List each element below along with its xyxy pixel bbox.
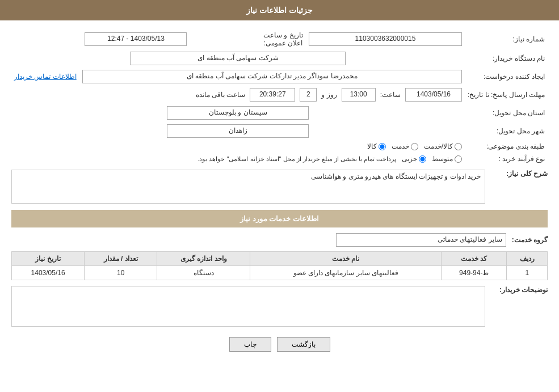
tabaqe-khedmat-item: خدمت xyxy=(392,142,418,150)
col-radif: ردیف xyxy=(507,252,548,266)
col-tarikh: تاریخ نیاز xyxy=(12,252,85,266)
buttons-row: بازگشت چاپ xyxy=(11,337,548,360)
grooh-value: سایر فعالیتهای خدماتی xyxy=(336,233,506,247)
cell-tedad: 10 xyxy=(85,266,157,280)
tabaqe-kala-radio[interactable] xyxy=(379,143,386,150)
tabaqe-radio-group: کالا/خدمت خدمت کالا xyxy=(14,142,462,150)
tabaqe-kala-khedmat-item: کالا/خدمت xyxy=(424,142,462,150)
services-header: اطلاعات خدمات مورد نیاز xyxy=(11,210,548,227)
shahr-label: شهر محل تحویل: xyxy=(465,122,548,140)
nam-dastgah-value: شرکت سهامی آب منطقه ای xyxy=(130,52,346,65)
towzihat-label: توضیحات خریدار: xyxy=(491,286,548,294)
page-title: جزئیات اطلاعات نیاز xyxy=(0,0,559,20)
mohlet-rooz-label: روز و xyxy=(321,91,337,99)
tabaqe-khedmat-radio[interactable] xyxy=(411,143,418,150)
cell-radif: 1 xyxy=(507,266,548,280)
col-tedad: تعداد / مقدار xyxy=(85,252,157,266)
mohlet-date: 1403/05/16 xyxy=(405,88,462,102)
col-nam: نام خدمت xyxy=(250,252,442,266)
cell-kod: ط-94-949 xyxy=(442,266,507,280)
noow-mottasat-item: متوسط xyxy=(432,155,462,163)
mohlet-label: مهلت ارسال پاسخ: تا تاریخ: xyxy=(465,86,548,104)
towzihat-textarea[interactable] xyxy=(11,286,485,327)
mohlet-rooz: 2 xyxy=(300,88,317,102)
ostan-value: سیستان و بلوچستان xyxy=(167,106,309,120)
mohlet-mande: 20:39:27 xyxy=(250,88,295,102)
grooh-label: گروه خدمت: xyxy=(512,236,548,244)
ostan-label: استان محل تحویل: xyxy=(465,104,548,122)
print-button[interactable]: چاپ xyxy=(229,337,271,352)
noow-jazee-radio[interactable] xyxy=(419,155,426,163)
mohlet-saat-label: ساعت: xyxy=(380,91,401,99)
noow-jazee-item: جزیی xyxy=(402,155,426,163)
back-button[interactable]: بازگشت xyxy=(277,337,330,352)
col-kod: کد خدمت xyxy=(442,252,507,266)
noow-jazee-label: جزیی xyxy=(402,155,417,163)
cell-nam: فعالیتهای سایر سازمانهای دارای عضو xyxy=(250,266,442,280)
services-table-container: ردیف کد خدمت نام خدمت واحد اندازه گیری ت… xyxy=(11,251,548,280)
shomara-niaz-label: شماره نیاز: xyxy=(465,29,548,49)
mohlet-saat: 13:00 xyxy=(342,88,376,102)
ijad-label: ایجاد کننده درخواست: xyxy=(465,68,548,86)
cell-tarikh: 1403/05/16 xyxy=(12,266,85,280)
noow-mottasat-radio[interactable] xyxy=(455,155,462,163)
tarikh-value: 1403/05/13 - 12:47 xyxy=(85,32,187,46)
tarikh-label: تاریخ و ساعت اعلان عمومی: xyxy=(260,29,306,49)
tabaqe-kala-khedmat-radio[interactable] xyxy=(455,143,462,150)
noow-label: نوع فرآیند خرید : xyxy=(465,153,548,165)
cell-vahed: دستگاه xyxy=(157,266,250,280)
nam-dastgah-label: نام دستگاه خریدار: xyxy=(465,49,548,68)
services-table: ردیف کد خدمت نام خدمت واحد اندازه گیری ت… xyxy=(11,251,548,280)
shahr-value: زاهدان xyxy=(167,124,309,138)
tabaqe-kala-khedmat-label: کالا/خدمت xyxy=(424,142,453,150)
mohlet-mande-label: ساعت باقی مانده xyxy=(196,91,246,99)
shomara-niaz-value: 1103003632000015 xyxy=(309,32,462,46)
sharh-value: خرید ادوات و تجهیزات ایستگاه های هیدرو م… xyxy=(311,172,481,180)
tabaqe-kala-label: کالا xyxy=(367,142,377,150)
table-row: 1 ط-94-949 فعالیتهای سایر سازمانهای دارا… xyxy=(12,266,548,280)
ijad-link[interactable]: اطلاعات تماس خریدار xyxy=(14,73,77,81)
tabaqe-label: طبقه بندی موضوعی: xyxy=(465,140,548,153)
ijad-value: محمدرضا سوداگر مدیر تدارکات شرکت سهامی آ… xyxy=(82,70,462,83)
col-vahed: واحد اندازه گیری xyxy=(157,252,250,266)
noow-mottasat-label: متوسط xyxy=(432,155,453,163)
tabaqe-khedmat-label: خدمت xyxy=(392,142,409,150)
noow-text: پرداخت تمام یا بخشی از مبلغ خریدار از مح… xyxy=(197,155,396,163)
sharh-label: شرح کلی نیاز: xyxy=(491,170,548,178)
tabaqe-kala-item: کالا xyxy=(367,142,386,150)
